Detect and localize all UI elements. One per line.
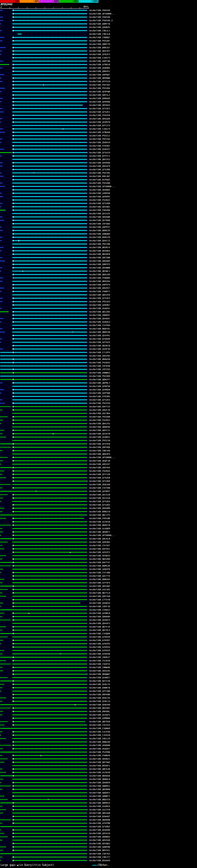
hit-row[interactable]: UniRef100_A6RBQ3 xyxy=(0,835,197,838)
hit-bar[interactable] xyxy=(0,515,87,516)
hit-accession-label[interactable]: UniRef100_Q63NL1 xyxy=(89,270,110,273)
hit-accession-label[interactable]: UniRef100_B6RFX0 xyxy=(89,331,110,334)
hit-bar[interactable] xyxy=(12,13,87,14)
hit-accession-label[interactable]: UniRef100_Q75ZD9 xyxy=(89,480,110,483)
hit-row[interactable]: UniRef100_A7K933 xyxy=(0,649,197,652)
hit-bar[interactable] xyxy=(12,338,87,339)
hit-row[interactable]: UniRef100_A3R938 xyxy=(0,191,197,195)
hit-bar[interactable] xyxy=(12,569,87,570)
hit-accession-label[interactable]: UniRef100_Q93XW1 xyxy=(89,206,110,208)
hit-bar[interactable] xyxy=(12,576,87,577)
hit-accession-label[interactable]: UniRef100_A5C3B4 xyxy=(89,412,110,415)
hit-accession-label[interactable]: UniRef100_Q9MT79 xyxy=(89,43,110,45)
hit-bar[interactable] xyxy=(12,498,87,498)
hit-accession-label[interactable]: UniRef100_C1KG74 xyxy=(89,128,110,130)
hit-bar[interactable] xyxy=(12,731,87,732)
hit-accession-label[interactable]: UniRef100_B67TL9 xyxy=(89,592,110,594)
hit-row[interactable]: UniRef100_C9KJL1 xyxy=(0,29,197,32)
hit-bar[interactable] xyxy=(12,650,87,651)
hit-row[interactable]: UniRef100_Q6EUP4 xyxy=(0,452,197,456)
hit-accession-label[interactable]: UniRef100_P93208 xyxy=(89,182,110,184)
hit-bar[interactable] xyxy=(12,809,87,810)
hit-accession-label[interactable]: UniRef100_P42645 xyxy=(89,362,110,364)
hit-bar[interactable] xyxy=(12,525,87,526)
hit-row[interactable]: UniRef100_C9K1T7 xyxy=(0,856,197,859)
hit-bar[interactable] xyxy=(0,704,87,705)
hit-bar[interactable] xyxy=(12,98,87,99)
hit-bar[interactable] xyxy=(12,396,87,397)
hit-bar[interactable] xyxy=(12,23,87,24)
hit-row[interactable]: UniRef100_B93HK4 xyxy=(0,249,197,252)
hit-accession-label[interactable]: UniRef100_B1P885 xyxy=(89,179,110,181)
hit-accession-label[interactable]: UniRef100_Q947K7 xyxy=(89,50,110,52)
hit-row[interactable]: UniRef100_B0XQ56 xyxy=(0,774,197,777)
hit-accession-label[interactable]: UniRef100_Q75ZD8 xyxy=(89,202,110,205)
hit-bar[interactable] xyxy=(12,267,87,268)
hit-row[interactable]: UniRef100_Q61205 xyxy=(0,310,197,313)
hit-bar[interactable] xyxy=(12,440,87,441)
hit-accession-label[interactable]: UniRef100_Q26967 xyxy=(89,304,110,306)
hit-bar[interactable] xyxy=(12,301,87,302)
hit-bar[interactable] xyxy=(12,223,87,224)
hit-accession-label[interactable]: UniRef100_O94021 xyxy=(89,758,110,760)
hit-row[interactable]: UniRef100_B2YZJ6 xyxy=(0,679,197,683)
hit-accession-label[interactable]: UniRef100_B68FC0 xyxy=(89,524,110,527)
hit-accession-label[interactable]: UniRef100_Q09DW6 xyxy=(89,77,110,80)
hit-accession-label[interactable]: UniRef100_UPI0000... xyxy=(89,534,115,537)
hit-bar[interactable] xyxy=(12,335,87,336)
hit-bar[interactable] xyxy=(12,64,87,65)
hit-accession-label[interactable]: UniRef100_C6TCD3 xyxy=(89,368,110,371)
hit-row[interactable]: ▲UniRef100_A2X2F2 xyxy=(0,551,197,554)
hit-bar[interactable] xyxy=(12,325,87,326)
hit-row[interactable]: UniRef100_C6TCD3 xyxy=(0,368,197,371)
hit-bar[interactable] xyxy=(12,271,87,272)
hit-accession-label[interactable]: UniRef100_A8N951 xyxy=(89,785,110,787)
hit-accession-label[interactable]: UniRef100_Q75ZE0 xyxy=(89,477,110,479)
hit-bar[interactable] xyxy=(12,305,87,305)
hit-bar[interactable] xyxy=(12,291,87,292)
hit-accession-label[interactable]: UniRef100_C5Y1B0 xyxy=(89,571,110,574)
hit-accession-label[interactable]: UniRef100_C9KJL1 xyxy=(89,30,110,32)
hit-accession-label[interactable]: UniRef100_A1E165 xyxy=(89,588,110,591)
hit-accession-label[interactable]: UniRef100_Q96EW3 xyxy=(89,97,110,100)
hit-accession-label[interactable]: UniRef100_A5AAU7 xyxy=(89,748,110,750)
hit-row[interactable]: UniRef100_P93786 xyxy=(0,242,197,246)
hit-bar[interactable] xyxy=(12,250,87,251)
hit-accession-label[interactable]: UniRef100_Q84NT7 xyxy=(89,531,110,533)
hit-row[interactable]: UniRef100_Q5KBX9 xyxy=(0,781,197,784)
hit-accession-label[interactable]: UniRef100_Q6RCP7 xyxy=(89,378,110,381)
hit-bar[interactable] xyxy=(12,460,87,461)
hit-accession-label[interactable]: UniRef100_Q34DY3 xyxy=(89,619,110,621)
hit-accession-label[interactable]: UniRef100_C5JH16 xyxy=(89,659,110,662)
hit-row[interactable]: UniRef100_A15910 xyxy=(0,520,197,523)
hit-accession-label[interactable]: UniRef100_P40077 xyxy=(89,290,110,293)
hit-accession-label[interactable]: UniRef100_A6RBQ3 xyxy=(89,836,110,838)
hit-row[interactable]: UniRef100_A7F5P3 xyxy=(0,581,197,584)
hit-row[interactable]: UniRef100_B9N219 xyxy=(0,510,197,513)
hit-row[interactable]: UniRef100_Q1DQ33 xyxy=(0,601,197,605)
hit-accession-label[interactable]: UniRef100_UPI0000... xyxy=(89,185,115,188)
hit-accession-label[interactable]: UniRef100_Q9LKL0 xyxy=(89,537,110,540)
hit-accession-label[interactable]: UniRef100_A8Q9V1 xyxy=(89,792,110,794)
hit-row[interactable]: ▽UniRef100_Q43697 xyxy=(0,490,197,493)
hit-row[interactable]: UniRef100_A4QVF6 xyxy=(0,567,197,571)
hit-accession-label[interactable]: UniRef100_P93786 xyxy=(89,243,110,245)
hit-accession-label[interactable]: UniRef100_A5DQH6 xyxy=(89,744,110,747)
hit-accession-label[interactable]: UniRef100_A2X2F2 xyxy=(89,551,110,554)
hit-bar[interactable] xyxy=(12,433,87,434)
hit-row[interactable]: UniRef100_A9SYH4 xyxy=(0,466,197,469)
hit-accession-label[interactable]: UniRef100_Q6ZKC0 xyxy=(89,345,110,347)
hit-row[interactable]: UniRef100_Q09DW6 xyxy=(0,76,197,80)
hit-row[interactable]: UniRef100_Q39P56 xyxy=(0,384,197,388)
hit-accession-label[interactable]: UniRef100_B93HK4 xyxy=(89,250,110,252)
hit-row[interactable]: UniRef100_Q9SVF9 xyxy=(0,164,197,168)
hit-row[interactable]: UniRef100_P48348-2 xyxy=(0,19,197,22)
hit-bar[interactable] xyxy=(12,647,87,648)
hit-accession-label[interactable]: UniRef100_A3R938 xyxy=(89,192,110,195)
hit-accession-label[interactable]: UniRef100_A9P807 xyxy=(89,73,110,76)
hit-row[interactable]: UniRef100_C4JV56 xyxy=(0,730,197,734)
hit-row[interactable]: UniRef100_A7K939 xyxy=(0,635,197,639)
hit-accession-label[interactable]: UniRef100_Q41525 xyxy=(89,213,110,215)
hit-bar[interactable] xyxy=(12,552,87,553)
hit-row[interactable]: UniRef100_B7UDX6 xyxy=(0,337,197,341)
